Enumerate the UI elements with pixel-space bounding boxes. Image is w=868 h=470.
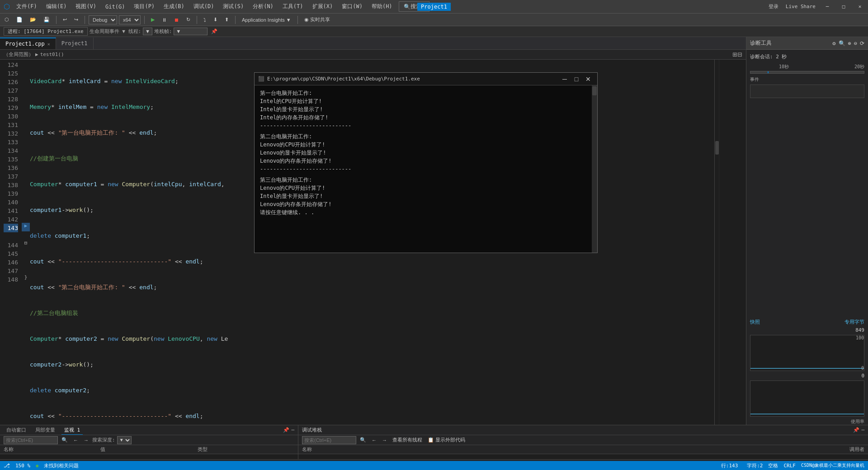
show-external-button[interactable]: 📋 显示外部代码	[426, 437, 467, 443]
menu-extensions[interactable]: 扩展(X)	[310, 2, 336, 11]
diag-zoom-out-icon[interactable]: ⊖	[854, 40, 857, 47]
live-share-button[interactable]: Live Share	[786, 4, 816, 9]
watch-back-button[interactable]: ←	[71, 437, 80, 443]
diag-search-icon[interactable]: 🔍	[839, 40, 845, 47]
debug-search-button[interactable]: 🔍	[358, 437, 368, 443]
menu-debug[interactable]: 调试(D)	[191, 2, 217, 11]
console-titlebar: ⬛ E:\program\cpp\CSDN\Project1\x64\Debug…	[255, 73, 597, 85]
watch-panel: 自动窗口 局部变量 监视 1 📌 ─ 🔍 ← → 搜索深度:	[0, 425, 298, 459]
no-issues-icon: ●	[36, 463, 38, 468]
menu-view[interactable]: 视图(V)	[73, 2, 99, 11]
thread-select[interactable]: ▼	[143, 28, 152, 35]
stop-button[interactable]: ⏹	[171, 16, 182, 24]
save-button[interactable]: 💾	[41, 16, 52, 24]
events-chart	[750, 85, 864, 98]
watch-forward-button[interactable]: →	[82, 437, 90, 443]
local-vars-tab[interactable]: 局部变量	[33, 426, 58, 435]
watch-depth-select[interactable]: ▼	[117, 436, 132, 444]
indent-label[interactable]: 空格	[768, 462, 778, 469]
step-over-button[interactable]: ⤵	[201, 16, 209, 24]
watch1-tab[interactable]: 监视 1	[61, 426, 83, 435]
watch-minimize-icon[interactable]: ─	[291, 427, 294, 433]
menu-file[interactable]: 文件(F)	[14, 2, 40, 11]
close-button[interactable]: ✕	[855, 2, 864, 11]
login-label[interactable]: 登录	[769, 3, 778, 10]
menu-tools[interactable]: 工具(T)	[280, 2, 306, 11]
debug-mode-select[interactable]: Debug	[89, 15, 117, 24]
breadcrumb-scope: （全局范围）	[4, 51, 33, 58]
step-in-button[interactable]: ⬇	[211, 16, 220, 24]
diag-zoom-in-icon[interactable]: ⊕	[848, 40, 851, 47]
restart-button[interactable]: ↻	[184, 16, 193, 24]
debug-search-input[interactable]	[302, 436, 356, 444]
maximize-button[interactable]: □	[839, 2, 848, 11]
tab-project1[interactable]: Project1	[56, 38, 94, 49]
menu-window[interactable]: 窗口(W)	[339, 2, 365, 11]
application-insights-button[interactable]: Application Insights ▼	[239, 16, 294, 24]
no-issues-label: 未找到相关问题	[44, 462, 79, 469]
menu-project[interactable]: 项目(P)	[131, 2, 157, 11]
quick-label: 快照	[750, 319, 760, 325]
auto-window-tab[interactable]: 自动窗口	[4, 426, 29, 435]
menu-git[interactable]: Git(G)	[103, 3, 127, 11]
diagnostics-panel: 诊断工具 ⚙ 🔍 ⊕ ⊖ ⟳ 诊断会话: 2 秒 10秒 20秒	[746, 37, 868, 425]
memory-value1: 849	[750, 327, 864, 333]
diag-tools-button[interactable]: ◉ 实时共享	[302, 15, 333, 24]
redo-button[interactable]: ↪	[71, 16, 81, 24]
show-external-code-button[interactable]: 查看所有线程	[391, 437, 424, 443]
platform-select[interactable]: x64	[119, 15, 141, 24]
pause-button[interactable]: ⏸	[159, 16, 170, 24]
diag-gear-icon[interactable]: ⚙	[832, 40, 835, 47]
open-button[interactable]: 📂	[27, 16, 39, 24]
tab-project1cpp[interactable]: Project1.cpp ✕	[0, 38, 56, 49]
back-button[interactable]: ⬡	[2, 16, 12, 24]
console-close-button[interactable]: ✕	[583, 75, 594, 84]
editor-scrollbar-vertical[interactable]	[714, 60, 719, 425]
menu-test[interactable]: 测试(S)	[220, 2, 246, 11]
debug-pin-icon[interactable]: 📌	[853, 427, 859, 433]
expand-button[interactable]: ⊟	[737, 51, 742, 58]
cursor-position[interactable]: 行:143 字符:2	[721, 462, 763, 469]
memory-svg	[750, 335, 864, 371]
console-minimize-button[interactable]: ─	[559, 75, 570, 84]
minimize-button[interactable]: ─	[823, 2, 832, 11]
tab-close-project1cpp[interactable]: ✕	[47, 42, 50, 47]
debug-forward-button[interactable]: →	[380, 437, 389, 443]
menu-edit[interactable]: 编辑(E)	[43, 2, 70, 11]
new-file-button[interactable]: 📄	[14, 16, 25, 24]
undo-button[interactable]: ↩	[60, 16, 70, 24]
debug-minimize-icon[interactable]: ─	[861, 427, 864, 433]
title-bar-left: ⬡ 文件(F) 编辑(E) 视图(V) Git(G) 项目(P) 生成(B) 调…	[4, 1, 429, 12]
console-scrollbar[interactable]	[592, 85, 597, 253]
zoom-level[interactable]: 150 %	[15, 463, 30, 469]
session-label: 诊断会话: 2 秒	[750, 53, 864, 60]
watch-col-value: 值	[100, 446, 197, 453]
debug-back-button[interactable]: ←	[370, 437, 378, 443]
watch-col-name: 名称	[4, 446, 100, 453]
debug-panel-controls: 📌 ─	[853, 427, 864, 433]
watch-panel-controls: 📌 ─	[283, 427, 294, 433]
pin-button[interactable]: 📌	[211, 28, 217, 34]
diagnostics-content: 诊断会话: 2 秒 10秒 20秒 事件	[746, 50, 868, 319]
menu-analyze[interactable]: 分析(N)	[250, 2, 276, 11]
console-controls: ─ □ ✕	[559, 75, 594, 84]
step-out-button[interactable]: ⬆	[222, 16, 231, 24]
diag-expand-icon[interactable]: ⟳	[860, 40, 864, 47]
console-line-9: Lenovo的内存条开始存储了!	[260, 157, 586, 165]
menu-build[interactable]: 生成(B)	[161, 2, 187, 11]
debug-toolbar: 🔍 ← → 查看所有线程 📋 显示外部代码	[298, 435, 868, 445]
mem-val-0: 0	[861, 366, 864, 371]
line-ending[interactable]: CRLF	[783, 463, 796, 469]
watch-search-input[interactable]	[4, 436, 58, 444]
diagnostics-header: 诊断工具 ⚙ 🔍 ⊕ ⊖ ⟳	[746, 37, 868, 50]
tab-bar: Project1.cpp ✕ Project1	[0, 37, 746, 50]
minimap[interactable]	[719, 60, 746, 425]
stack-select[interactable]: ▼	[174, 28, 208, 35]
watch-search-button[interactable]: 🔍	[60, 437, 70, 443]
start-button[interactable]: ▶	[148, 16, 157, 24]
console-maximize-button[interactable]: □	[571, 75, 582, 84]
debug-dropdown[interactable]: 生命周期事件 ▼ 线程:	[90, 28, 142, 35]
menu-help[interactable]: 帮助(H)	[369, 2, 395, 11]
collapse-button[interactable]: ⊞	[732, 51, 737, 58]
watch-pin-icon[interactable]: 📌	[283, 427, 289, 433]
